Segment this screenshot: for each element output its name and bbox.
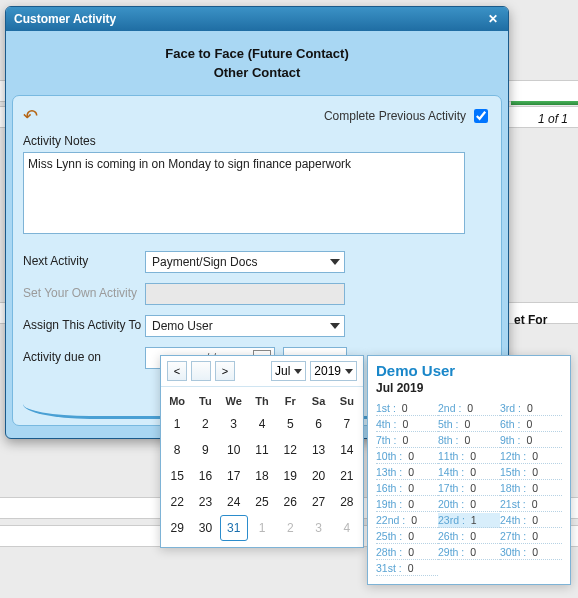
availability-ordinal: 3rd :	[500, 402, 521, 414]
close-icon[interactable]: ✕	[486, 12, 500, 26]
availability-day[interactable]: 5th :0	[438, 417, 500, 432]
availability-day[interactable]: 16th :0	[376, 481, 438, 496]
activity-notes-input[interactable]	[23, 152, 465, 234]
year-select[interactable]: 2019	[310, 361, 357, 381]
availability-day[interactable]: 17th :0	[438, 481, 500, 496]
availability-ordinal: 12th :	[500, 450, 526, 462]
next-activity-value: Payment/Sign Docs	[152, 255, 257, 269]
availability-day[interactable]: 29th :0	[438, 545, 500, 560]
today-button[interactable]	[191, 361, 211, 381]
next-month-button[interactable]: >	[215, 361, 235, 381]
calendar-day[interactable]: 30	[191, 515, 219, 541]
next-activity-label: Next Activity	[23, 254, 145, 268]
assign-user-select[interactable]: Demo User	[145, 315, 345, 337]
calendar-day[interactable]: 20	[304, 463, 332, 489]
calendar-day[interactable]: 31	[220, 515, 248, 541]
bg-setfor: et For	[514, 313, 547, 327]
calendar-day[interactable]: 25	[248, 489, 276, 515]
prev-month-button[interactable]: <	[167, 361, 187, 381]
own-activity-label: Set Your Own Activity	[23, 286, 145, 300]
availability-day[interactable]: 11th :0	[438, 449, 500, 464]
calendar-day[interactable]: 2	[276, 515, 304, 541]
calendar-day[interactable]: 21	[333, 463, 361, 489]
availability-count: 0	[408, 450, 414, 462]
availability-day[interactable]: 15th :0	[500, 465, 562, 480]
calendar-day[interactable]: 10	[220, 437, 248, 463]
calendar-day[interactable]: 4	[248, 411, 276, 437]
calendar-day[interactable]: 26	[276, 489, 304, 515]
availability-day[interactable]: 20th :0	[438, 497, 500, 512]
calendar-day[interactable]: 11	[248, 437, 276, 463]
availability-count: 0	[467, 402, 473, 414]
calendar-day[interactable]: 22	[163, 489, 191, 515]
availability-ordinal: 22nd :	[376, 514, 405, 526]
calendar-day[interactable]: 15	[163, 463, 191, 489]
availability-day[interactable]: 3rd :0	[500, 401, 562, 416]
calendar-day[interactable]: 1	[248, 515, 276, 541]
availability-day[interactable]: 27th :0	[500, 529, 562, 544]
availability-day[interactable]: 4th :0	[376, 417, 438, 432]
availability-count: 0	[532, 498, 538, 510]
calendar-day[interactable]: 28	[333, 489, 361, 515]
availability-count: 0	[408, 562, 414, 574]
availability-count: 0	[526, 434, 532, 446]
availability-day[interactable]: 31st :0	[376, 561, 438, 576]
availability-day[interactable]: 12th :0	[500, 449, 562, 464]
availability-count: 0	[532, 530, 538, 542]
availability-day[interactable]: 2nd :0	[438, 401, 500, 416]
next-activity-select[interactable]: Payment/Sign Docs	[145, 251, 345, 273]
availability-day[interactable]: 14th :0	[438, 465, 500, 480]
complete-previous-checkbox[interactable]: Complete Previous Activity	[324, 106, 491, 126]
availability-day[interactable]: 22nd :0	[376, 513, 438, 528]
calendar-day[interactable]: 12	[276, 437, 304, 463]
availability-day[interactable]: 10th :0	[376, 449, 438, 464]
availability-count: 0	[402, 434, 408, 446]
calendar-day[interactable]: 19	[276, 463, 304, 489]
calendar-day[interactable]: 18	[248, 463, 276, 489]
calendar-day[interactable]: 6	[304, 411, 332, 437]
availability-day[interactable]: 7th :0	[376, 433, 438, 448]
calendar-day[interactable]: 14	[333, 437, 361, 463]
availability-day[interactable]: 23rd :1	[438, 513, 500, 528]
calendar-day[interactable]: 9	[191, 437, 219, 463]
calendar-day[interactable]: 5	[276, 411, 304, 437]
availability-day[interactable]: 13th :0	[376, 465, 438, 480]
availability-day[interactable]: 19th :0	[376, 497, 438, 512]
availability-day[interactable]: 21st :0	[500, 497, 562, 512]
calendar-day[interactable]: 24	[220, 489, 248, 515]
calendar-day[interactable]: 7	[333, 411, 361, 437]
month-select[interactable]: Jul	[271, 361, 306, 381]
undo-icon[interactable]: ↶	[23, 107, 38, 125]
availability-day[interactable]: 8th :0	[438, 433, 500, 448]
complete-previous-input[interactable]	[474, 109, 488, 123]
calendar-day[interactable]: 13	[304, 437, 332, 463]
calendar-day[interactable]: 8	[163, 437, 191, 463]
availability-count: 0	[408, 546, 414, 558]
calendar-day[interactable]: 23	[191, 489, 219, 515]
availability-ordinal: 10th :	[376, 450, 402, 462]
availability-day[interactable]: 24th :0	[500, 513, 562, 528]
availability-day[interactable]: 30th :0	[500, 545, 562, 560]
calendar-day[interactable]: 1	[163, 411, 191, 437]
availability-ordinal: 26th :	[438, 530, 464, 542]
calendar-day[interactable]: 4	[333, 515, 361, 541]
availability-day[interactable]: 28th :0	[376, 545, 438, 560]
availability-day[interactable]: 25th :0	[376, 529, 438, 544]
availability-day[interactable]: 9th :0	[500, 433, 562, 448]
calendar-day[interactable]: 2	[191, 411, 219, 437]
calendar-day[interactable]: 3	[220, 411, 248, 437]
availability-ordinal: 23rd :	[438, 514, 465, 526]
availability-day[interactable]: 6th :0	[500, 417, 562, 432]
calendar-day[interactable]: 3	[304, 515, 332, 541]
availability-ordinal: 2nd :	[438, 402, 461, 414]
dialog-titlebar[interactable]: Customer Activity ✕	[6, 7, 508, 31]
calendar-day[interactable]: 29	[163, 515, 191, 541]
calendar-day[interactable]: 16	[191, 463, 219, 489]
calendar-day[interactable]: 17	[220, 463, 248, 489]
availability-day[interactable]: 18th :0	[500, 481, 562, 496]
availability-count: 0	[470, 482, 476, 494]
availability-day[interactable]: 26th :0	[438, 529, 500, 544]
availability-day[interactable]: 1st :0	[376, 401, 438, 416]
calendar-day[interactable]: 27	[304, 489, 332, 515]
availability-ordinal: 21st :	[500, 498, 526, 510]
